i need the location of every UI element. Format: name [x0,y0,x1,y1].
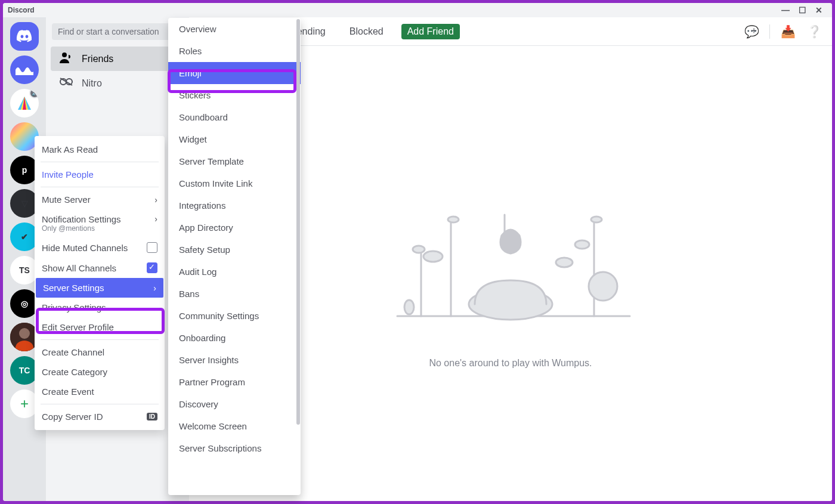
settings-item-welcome-screen[interactable]: Welcome Screen [168,415,301,437]
settings-item-server-insights[interactable]: Server Insights [168,349,301,371]
svg-point-20 [556,258,573,267]
settings-item-overview[interactable]: Overview [168,18,301,40]
home-button[interactable] [10,22,39,51]
search-placeholder: Find or start a conversation [58,27,159,36]
dm-item-label: Nitro [82,78,102,89]
chevron-right-icon: › [154,195,157,205]
settings-item-discovery[interactable]: Discovery [168,393,301,415]
window-minimize-button[interactable]: — [777,5,794,15]
server-icon[interactable] [10,55,39,84]
titlebar: Discord — ☐ ✕ [3,3,832,17]
nitro-icon [59,76,73,90]
voice-indicator-icon: 🔊 [29,89,39,98]
svg-point-4 [19,328,30,339]
ctx-create-event[interactable]: Create Event [35,382,165,401]
ctx-notification-settings[interactable]: Notification Settings Only @mentions › [35,209,165,237]
ctx-hide-muted-channels[interactable]: Hide Muted Channels [35,237,165,258]
friends-tab[interactable]: Friends [51,47,184,71]
settings-item-roles[interactable]: Roles [168,40,301,62]
svg-point-13 [448,217,459,222]
settings-item-safety-setup[interactable]: Safety Setup [168,239,301,261]
svg-point-22 [404,300,414,314]
checkbox-checked-icon [147,262,157,273]
settings-item-app-directory[interactable]: App Directory [168,217,301,239]
checkbox-icon [147,242,157,253]
scrollbar-thumb[interactable] [296,19,300,425]
svg-point-19 [423,251,443,262]
ctx-privacy-settings[interactable]: Privacy Settings [35,298,165,317]
ctx-copy-server-id[interactable]: Copy Server IDID [35,407,165,426]
svg-point-6 [62,52,67,57]
server-context-menu: Mark As Read Invite People Mute Server› … [35,136,165,430]
settings-item-emoji[interactable]: Emoji [168,62,301,84]
new-group-dm-icon[interactable]: 💬＋ [743,24,760,39]
tab-blocked[interactable]: Blocked [344,24,389,39]
ctx-server-settings[interactable]: Server Settings› [36,278,163,298]
svg-point-21 [575,240,589,249]
friends-icon [59,51,73,66]
server-settings-submenu: OverviewRolesEmojiStickersSoundboardWidg… [168,18,301,495]
settings-item-widget[interactable]: Widget [168,128,301,150]
scrollbar[interactable] [296,18,301,495]
search-input[interactable]: Find or start a conversation [52,23,183,40]
ctx-mark-as-read[interactable]: Mark As Read [35,140,165,159]
svg-point-17 [589,272,617,301]
settings-item-stickers[interactable]: Stickers [168,84,301,106]
nitro-tab[interactable]: Nitro [51,72,184,95]
ctx-mute-server[interactable]: Mute Server› [35,190,165,209]
inbox-icon[interactable]: 📥 [780,24,796,39]
ctx-create-category[interactable]: Create Category [35,362,165,382]
svg-point-16 [591,217,602,222]
server-icon[interactable]: 🔊 [10,89,39,118]
dm-item-label: Friends [82,54,113,64]
chevron-right-icon: › [154,214,157,224]
settings-item-integrations[interactable]: Integrations [168,194,301,217]
settings-item-audit-log[interactable]: Audit Log [168,261,301,283]
id-badge: ID [147,413,157,420]
ctx-show-all-channels[interactable]: Show All Channels [35,258,165,278]
window-maximize-button[interactable]: ☐ [794,5,811,15]
chevron-right-icon: › [153,283,156,293]
ctx-create-channel[interactable]: Create Channel [35,342,165,362]
settings-item-partner-program[interactable]: Partner Program [168,371,301,393]
settings-item-server-subscriptions[interactable]: Server Subscriptions [168,437,301,459]
settings-item-server-template[interactable]: Server Template [168,150,301,172]
ctx-edit-server-profile[interactable]: Edit Server Profile [35,317,165,337]
tab-add-friend[interactable]: Add Friend [401,24,460,39]
settings-item-community-settings[interactable]: Community Settings [168,305,301,327]
svg-point-11 [413,246,425,253]
ctx-invite-people[interactable]: Invite People [35,165,165,184]
settings-item-onboarding[interactable]: Onboarding [168,327,301,349]
settings-item-custom-invite-link[interactable]: Custom Invite Link [168,172,301,194]
settings-item-bans[interactable]: Bans [168,283,301,305]
app-title: Discord [8,6,35,14]
settings-item-soundboard[interactable]: Soundboard [168,106,301,128]
empty-state-text: No one's around to play with Wumpus. [429,358,592,369]
help-icon[interactable]: ❔ [806,24,822,39]
window-close-button[interactable]: ✕ [811,5,827,15]
wumpus-illustration [385,179,636,334]
